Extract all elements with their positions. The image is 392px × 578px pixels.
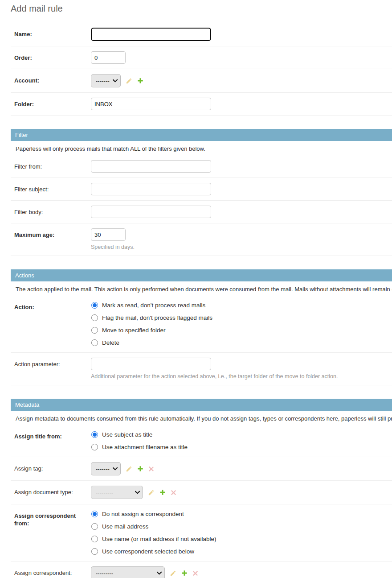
- correspondent-radio-label[interactable]: Do not assign a correspondent: [102, 511, 184, 517]
- action-parameter-help: Additional parameter for the action sele…: [91, 373, 338, 380]
- mail-rule-form: Name: Order: Account: ---------: [11, 23, 392, 578]
- assign-correspondent-select-wrap: ---------: [91, 566, 165, 578]
- action-radio-group: Mark as read, don't process read mails F…: [91, 301, 212, 347]
- add-plus-icon[interactable]: [181, 570, 188, 576]
- assign-document-type-select-wrap: ---------: [91, 486, 143, 499]
- action-option-delete: Delete: [91, 339, 212, 347]
- correspondent-radio-mail-address[interactable]: [91, 523, 98, 530]
- correspondent-radio-label[interactable]: Use correspondent selected below: [102, 548, 194, 555]
- form-row-folder: Folder:: [11, 93, 392, 116]
- correspondent-radio-selected-below[interactable]: [91, 548, 98, 555]
- section-metadata: Metadata Assign metadata to documents co…: [11, 399, 392, 578]
- filter-from-input[interactable]: [91, 160, 211, 173]
- filter-body-label: Filter body:: [14, 208, 91, 216]
- actions-section-description: The action applied to the mail. This act…: [11, 281, 392, 296]
- action-radio-move[interactable]: [91, 327, 98, 334]
- filter-subject-input[interactable]: [91, 183, 211, 195]
- add-plus-icon[interactable]: [137, 466, 143, 472]
- add-plus-icon[interactable]: [159, 489, 166, 495]
- order-input[interactable]: [91, 51, 126, 64]
- filter-section-header: Filter: [11, 129, 392, 141]
- page-title: Add mail rule: [11, 4, 392, 14]
- title-radio-attachment[interactable]: [91, 444, 98, 450]
- delete-x-icon[interactable]: [171, 490, 176, 495]
- form-row-action: Action: Mark as read, don't process read…: [11, 296, 392, 353]
- actions-section-header: Actions: [11, 269, 392, 281]
- correspondent-radio-name[interactable]: [91, 536, 98, 542]
- title-option-subject: Use subject as title: [91, 431, 188, 438]
- action-radio-flag[interactable]: [91, 314, 98, 321]
- action-parameter-label: Action parameter:: [14, 360, 91, 368]
- assign-correspondent-radio-group: Do not assign a correspondent Use mail a…: [91, 509, 216, 556]
- edit-pencil-icon[interactable]: [126, 78, 132, 84]
- assign-title-from-label: Assign title from:: [14, 433, 91, 440]
- section-filter: Filter Paperless will only process mails…: [11, 129, 392, 256]
- edit-pencil-icon[interactable]: [170, 570, 176, 577]
- filter-section-description: Paperless will only process mails that m…: [11, 141, 392, 155]
- assign-correspondent-select[interactable]: ---------: [91, 566, 165, 578]
- edit-pencil-icon[interactable]: [148, 489, 155, 496]
- name-label: Name:: [14, 30, 91, 38]
- form-row-assign-document-type: Assign document type: ---------: [11, 481, 392, 504]
- name-input[interactable]: [91, 28, 211, 41]
- assign-correspondent-label: Assign correspondent:: [14, 569, 91, 577]
- action-radio-mark-read[interactable]: [91, 302, 98, 309]
- assign-tag-select[interactable]: ---------: [91, 462, 121, 475]
- action-radio-label[interactable]: Mark as read, don't process read mails: [102, 302, 205, 309]
- correspondent-option-mail-address: Use mail address: [91, 523, 216, 530]
- account-select[interactable]: ---------: [91, 74, 121, 87]
- assign-tag-select-wrap: ---------: [91, 462, 121, 475]
- correspondent-option-none: Do not assign a correspondent: [91, 510, 216, 518]
- action-option-move: Move to specified folder: [91, 326, 212, 334]
- account-label: Account:: [14, 77, 91, 84]
- action-parameter-input[interactable]: [91, 358, 211, 370]
- assign-tag-related-icons: [126, 466, 154, 472]
- title-radio-subject[interactable]: [91, 431, 98, 438]
- form-row-filter-subject: Filter subject:: [11, 178, 392, 201]
- form-row-account: Account: ---------: [11, 69, 392, 93]
- folder-label: Folder:: [14, 100, 91, 108]
- form-row-maximum-age: Maximum age: Specified in days.: [11, 223, 392, 256]
- action-option-flag: Flag the mail, don't process flagged mai…: [91, 314, 212, 322]
- form-row-filter-body: Filter body:: [11, 201, 392, 223]
- metadata-section-description: Assign metadata to documents consumed fr…: [11, 411, 392, 425]
- title-radio-label[interactable]: Use subject as title: [102, 431, 152, 438]
- form-row-assign-correspondent-from: Assign correspondent from: Do not assign…: [11, 504, 392, 561]
- maximum-age-input[interactable]: [91, 228, 126, 241]
- correspondent-option-name: Use name (or mail address if not availab…: [91, 535, 216, 543]
- assign-document-type-select[interactable]: ---------: [91, 486, 143, 499]
- action-radio-delete[interactable]: [91, 339, 98, 346]
- delete-x-icon[interactable]: [192, 570, 198, 576]
- form-row-filter-from: Filter from:: [11, 155, 392, 178]
- correspondent-radio-none[interactable]: [91, 511, 98, 517]
- action-label: Action:: [14, 303, 91, 311]
- delete-x-icon[interactable]: [148, 466, 154, 472]
- assign-document-type-label: Assign document type:: [14, 488, 91, 496]
- maximum-age-help: Specified in days.: [91, 244, 135, 251]
- action-option-mark-read: Mark as read, don't process read mails: [91, 301, 212, 309]
- assign-correspondent-related-icons: [170, 570, 198, 577]
- title-radio-label[interactable]: Use attachment filename as title: [102, 444, 188, 450]
- filter-body-input[interactable]: [91, 206, 211, 218]
- form-row-order: Order:: [11, 46, 392, 69]
- action-radio-label[interactable]: Move to specified folder: [102, 327, 166, 334]
- section-actions: Actions The action applied to the mail. …: [11, 269, 392, 385]
- action-radio-label[interactable]: Flag the mail, don't process flagged mai…: [102, 314, 212, 321]
- folder-input[interactable]: [91, 98, 211, 110]
- correspondent-radio-label[interactable]: Use mail address: [102, 523, 148, 530]
- account-related-icons: [126, 78, 143, 84]
- form-row-assign-tag: Assign tag: ---------: [11, 457, 392, 481]
- correspondent-radio-label[interactable]: Use name (or mail address if not availab…: [102, 536, 216, 542]
- add-mail-rule-page: Add mail rule Name: Order: Account: ----…: [0, 0, 392, 578]
- form-row-action-parameter: Action parameter: Additional parameter f…: [11, 353, 392, 385]
- form-row-assign-correspondent: Assign correspondent: ---------: [11, 561, 392, 578]
- edit-pencil-icon[interactable]: [126, 466, 132, 472]
- filter-subject-label: Filter subject:: [14, 186, 91, 193]
- metadata-section-header: Metadata: [11, 399, 392, 411]
- action-radio-label[interactable]: Delete: [102, 339, 119, 346]
- add-plus-icon[interactable]: [137, 78, 143, 84]
- assign-document-type-related-icons: [148, 489, 176, 496]
- form-row-assign-title-from: Assign title from: Use subject as title …: [11, 425, 392, 457]
- account-select-wrap: ---------: [91, 74, 121, 87]
- maximum-age-label: Maximum age:: [14, 231, 91, 239]
